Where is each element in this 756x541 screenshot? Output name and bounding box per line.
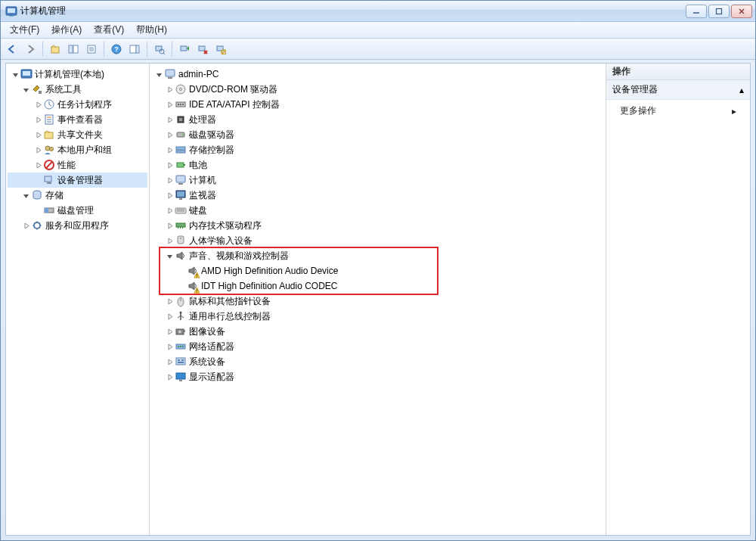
action-more-operations[interactable]: 更多操作 ▸ [606,100,750,122]
device-tree[interactable]: admin-PCDVD/CD-ROM 驱动器IDE ATA/ATAPI 控制器处… [150,64,606,387]
audio-icon [175,250,187,262]
menu-help[interactable]: 帮助(H) [130,22,173,38]
left-root[interactable]: 计算机管理(本地) [8,67,147,82]
expander-icon[interactable] [165,100,174,109]
tb-show-hide-console-tree[interactable] [65,41,82,58]
expander-icon[interactable] [33,206,42,215]
left-child[interactable]: 性能 [8,157,147,173]
menu-action[interactable]: 操作(A) [45,22,88,38]
left-child[interactable]: 共享文件夹 [8,127,147,142]
device-category[interactable]: 显示适配器 [151,369,604,384]
tb-action-pane-icon[interactable] [126,41,143,58]
left-child[interactable]: 事件查看器 [8,112,147,127]
device-category[interactable]: 通用串行总线控制器 [151,309,604,324]
menu-view[interactable]: 查看(V) [88,22,130,38]
tb-up-icon[interactable] [47,41,64,58]
left-child-label: 任务计划程序 [57,98,112,111]
left-node[interactable]: 服务和应用程序 [8,218,147,233]
device-category[interactable]: 磁盘驱动器 [151,127,604,142]
svg-rect-101 [179,380,182,381]
tb-uninstall-icon[interactable] [194,41,211,58]
device-category[interactable]: DVD/CD-ROM 驱动器 [151,82,604,97]
device-item[interactable]: AMD High Definition Audio Device [151,263,604,278]
tb-update-driver-icon[interactable] [176,41,193,58]
device-category-label: 系统设备 [189,356,225,368]
left-tree[interactable]: 计算机管理(本地)系统工具任务计划程序事件查看器共享文件夹本地用户和组性能设备管… [6,64,149,236]
tb-scan-hardware-icon[interactable] [151,41,168,58]
device-category[interactable]: 处理器 [151,112,604,127]
device-category[interactable]: 网络适配器 [151,339,604,354]
device-category[interactable]: IDE ATA/ATAPI 控制器 [151,97,604,112]
tb-disable-icon[interactable] [212,41,229,58]
tb-forward[interactable] [22,41,39,58]
svg-rect-63 [177,163,184,167]
svg-rect-29 [23,71,30,76]
expander-icon[interactable] [33,115,42,124]
left-child[interactable]: 本地用户和组 [8,142,147,157]
device-category[interactable]: 内存技术驱动程序 [151,218,604,233]
device-category[interactable]: 电池 [151,157,604,173]
expander-icon[interactable] [165,236,174,245]
expander-icon[interactable] [165,357,174,366]
left-node[interactable]: 系统工具 [8,82,147,97]
left-child[interactable]: 设备管理器 [8,173,147,188]
expander-icon[interactable] [21,85,30,94]
tb-back[interactable] [4,41,20,58]
minimize-button[interactable] [686,5,707,18]
expander-icon[interactable] [33,160,42,169]
device-category-label: 磁盘驱动器 [189,129,234,141]
expander-icon[interactable] [165,115,174,124]
expander-icon[interactable] [21,191,30,200]
device-category[interactable]: 计算机 [151,173,604,188]
expander-icon[interactable] [11,70,20,79]
close-button[interactable] [731,5,752,18]
expander-icon[interactable] [165,130,174,139]
device-category[interactable]: 系统设备 [151,354,604,369]
device-category[interactable]: 人体学输入设备 [151,233,604,248]
menu-file[interactable]: 文件(F) [4,22,45,38]
submenu-arrow-icon: ▸ [732,106,736,117]
expander-icon[interactable] [165,342,174,351]
expander-icon[interactable] [165,327,174,336]
expander-icon[interactable] [165,221,174,230]
expander-icon[interactable] [165,206,174,215]
left-child[interactable]: 任务计划程序 [8,97,147,112]
expander-icon[interactable] [33,130,42,139]
device-category[interactable]: 图像设备 [151,324,604,339]
expander-icon[interactable] [21,221,30,230]
actions-section-title[interactable]: 设备管理器 ▴ [606,80,750,100]
svg-rect-65 [176,176,185,182]
expander-icon[interactable] [165,312,174,321]
expander-icon[interactable] [165,297,174,306]
expander-icon[interactable] [165,372,174,381]
expander-icon[interactable] [165,85,174,94]
left-child[interactable]: 磁盘管理 [8,203,147,218]
expander-icon[interactable] [165,191,174,200]
svg-rect-43 [45,176,51,182]
svg-rect-69 [179,198,182,200]
expander-icon[interactable] [33,176,42,185]
device-item[interactable]: IDT High Definition Audio CODEC [151,278,604,294]
expander-icon[interactable] [165,251,174,260]
svg-rect-75 [180,227,181,229]
expander-icon[interactable] [165,145,174,154]
device-category[interactable]: 监视器 [151,188,604,203]
device-root[interactable]: admin-PC [151,67,604,82]
battery-icon [175,159,187,171]
device-category[interactable]: 声音、视频和游戏控制器 [151,248,604,263]
monitor-icon [175,189,187,201]
expander-icon[interactable] [165,160,174,169]
svg-point-93 [178,346,179,347]
device-category[interactable]: 存储控制器 [151,142,604,157]
expander-icon[interactable] [165,176,174,185]
expander-icon[interactable] [33,145,42,154]
device-category[interactable]: 键盘 [151,203,604,218]
expander-icon[interactable] [154,70,163,79]
tb-help-icon[interactable]: ? [108,41,125,58]
left-node[interactable]: 存储 [8,188,147,203]
svg-point-40 [50,148,54,151]
maximize-button[interactable] [708,5,730,18]
expander-icon[interactable] [33,100,42,109]
tb-properties-icon[interactable] [83,41,100,58]
device-category[interactable]: 鼠标和其他指针设备 [151,294,604,309]
